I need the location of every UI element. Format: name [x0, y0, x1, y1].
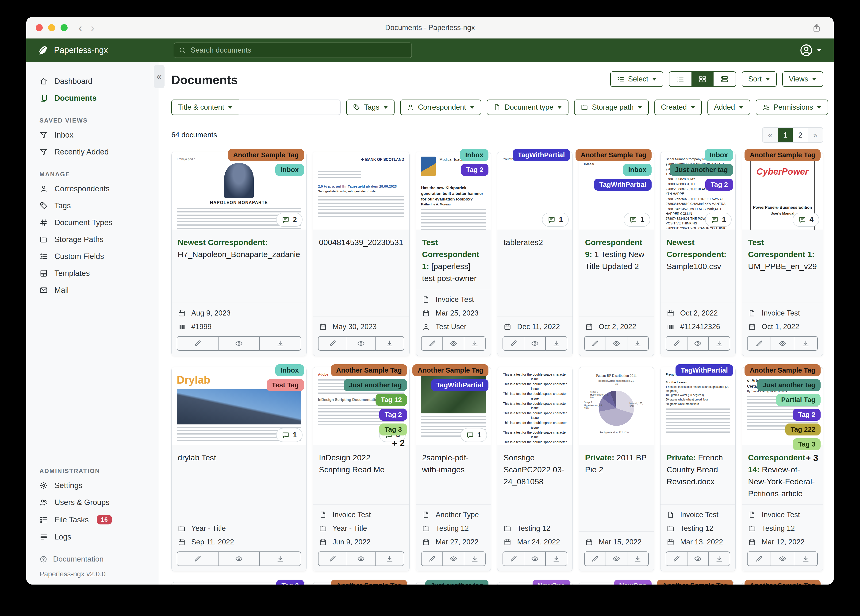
notes-badge[interactable]: 2	[276, 213, 303, 227]
tag-tag-2[interactable]: Tag 2	[705, 179, 733, 191]
document-title[interactable]: Private: 2011 BP Pie 2	[579, 445, 654, 531]
document-title[interactable]: 0004814539_20230531	[313, 230, 410, 316]
select-button[interactable]: Select	[610, 71, 663, 87]
tag-inbox[interactable]: Inbox	[460, 149, 488, 161]
tag-newone[interactable]: NewOne	[533, 580, 570, 585]
tag-another-sample-tag[interactable]: Another Sample Tag	[744, 365, 821, 376]
preview-button[interactable]	[687, 552, 708, 566]
download-button[interactable]	[794, 337, 817, 350]
preview-button[interactable]	[524, 552, 545, 566]
tag-another-sample-tag[interactable]: Another Sample Tag	[657, 580, 733, 585]
download-button[interactable]	[375, 337, 404, 350]
document-preview[interactable]: ❖ BANK OF SCOTLAND2,0 % p. a. auf Ihr Ta…	[313, 152, 410, 230]
share-icon[interactable]	[811, 23, 821, 33]
filter-field-selector[interactable]: Title & content	[171, 99, 239, 115]
sidebar-item-correspondents[interactable]: Correspondents	[26, 180, 159, 197]
tag-tag-12[interactable]: Tag 12	[375, 394, 407, 406]
preview-button[interactable]	[347, 552, 375, 566]
pagination-page-1[interactable]: 1	[778, 128, 793, 142]
tag-another-sample-tag[interactable]: Another Sample Tag	[744, 580, 821, 585]
sort-button[interactable]: Sort	[742, 71, 777, 87]
back-button[interactable]: ‹	[78, 22, 82, 33]
download-button[interactable]	[708, 337, 730, 350]
download-button[interactable]	[464, 552, 485, 566]
document-title[interactable]: Private: French Country Bread Revised.do…	[661, 445, 735, 504]
edit-button[interactable]	[748, 337, 771, 350]
tag-tag-2[interactable]: Tag 2	[461, 164, 489, 176]
notes-badge[interactable]: 4	[793, 213, 819, 227]
preview-button[interactable]	[524, 337, 545, 350]
download-button[interactable]	[794, 552, 817, 566]
tag-just-another-tag[interactable]: Just another tag	[344, 379, 407, 391]
view-grid-button[interactable]	[692, 72, 714, 86]
minimize-window-button[interactable]	[48, 24, 55, 31]
download-button[interactable]	[708, 552, 730, 566]
edit-button[interactable]	[319, 337, 347, 350]
document-title[interactable]: Test Correspondent 1: [paperless] test p…	[416, 230, 491, 289]
sidebar-item-file-tasks[interactable]: File Tasks16	[26, 511, 159, 528]
user-menu[interactable]	[799, 43, 821, 57]
download-button[interactable]	[259, 337, 301, 350]
view-list-button[interactable]	[669, 72, 692, 86]
close-window-button[interactable]	[36, 24, 43, 31]
views-button[interactable]: Views	[782, 71, 823, 87]
document-title[interactable]: Test Correspondent 1: UM_PPBE_en_v29	[742, 230, 823, 303]
edit-button[interactable]	[585, 552, 606, 566]
sidebar-item-dashboard[interactable]: Dashboard	[26, 73, 159, 90]
tag-tag-2[interactable]: Tag 2	[276, 580, 304, 585]
notes-badge[interactable]: 1	[542, 213, 568, 227]
tag-test-tag[interactable]: Test Tag	[267, 379, 304, 391]
preview-button[interactable]	[771, 552, 794, 566]
zoom-window-button[interactable]	[61, 24, 67, 31]
preview-button[interactable]	[606, 552, 627, 566]
pagination-page-2[interactable]: 2	[793, 128, 808, 142]
document-title[interactable]: drylab Test	[171, 445, 306, 518]
download-button[interactable]	[464, 337, 485, 350]
tag-another-sample-tag[interactable]: Another Sample Tag	[576, 149, 651, 161]
preview-button[interactable]	[218, 552, 259, 566]
document-preview[interactable]: Country,Region/State,"1	[497, 152, 572, 230]
tag-inbox[interactable]: Inbox	[705, 149, 733, 161]
document-title[interactable]: InDesign 2022 Scripting Read Me	[313, 445, 410, 504]
tag-newone[interactable]: NewOne	[614, 580, 651, 585]
sidebar-item-tags[interactable]: Tags	[26, 197, 159, 214]
filter-created-button[interactable]: Created	[654, 99, 702, 115]
search-input[interactable]	[190, 46, 407, 55]
download-button[interactable]	[545, 552, 567, 566]
edit-button[interactable]	[319, 552, 347, 566]
filter-tags-button[interactable]: Tags	[346, 99, 394, 115]
download-button[interactable]	[259, 552, 301, 566]
sidebar-item-settings[interactable]: Settings	[26, 477, 159, 494]
tag-tag-2[interactable]: Tag 2	[793, 409, 821, 421]
tag-tag-2[interactable]: Tag 2	[379, 409, 407, 421]
document-title[interactable]: Sonstige ScanPC2022 03-24_081058	[497, 445, 572, 518]
edit-button[interactable]	[666, 552, 687, 566]
preview-button[interactable]	[218, 337, 259, 350]
sidebar-item-custom-fields[interactable]: Custom Fields	[26, 248, 159, 265]
preview-button[interactable]	[771, 337, 794, 350]
notes-badge[interactable]: 1	[624, 213, 650, 227]
filter-text-input[interactable]	[239, 99, 341, 115]
document-title[interactable]: tablerates2	[497, 230, 572, 316]
sidebar-item-documents[interactable]: Documents	[26, 90, 159, 107]
view-detail-button[interactable]	[714, 72, 736, 86]
preview-button[interactable]	[687, 337, 708, 350]
tag-another-sample-tag[interactable]: Another Sample Tag	[331, 580, 407, 585]
sidebar-item-document-types[interactable]: Document Types	[26, 214, 159, 231]
document-preview[interactable]: This is a test for the double space char…	[497, 367, 572, 445]
document-preview[interactable]: CyberPowerPowerPanel® Business EditionUs…	[742, 152, 823, 230]
download-button[interactable]	[627, 552, 648, 566]
sidebar-item-storage-paths[interactable]: Storage Paths	[26, 231, 159, 248]
edit-button[interactable]	[585, 337, 606, 350]
edit-button[interactable]	[503, 552, 524, 566]
document-title[interactable]: Correspondent 9: 1 Testing New Title Upd…	[579, 230, 654, 316]
preview-button[interactable]	[443, 552, 464, 566]
filter-document-type-button[interactable]: Document type	[487, 99, 569, 115]
document-title[interactable]: Newest Correspondent: Sample100.csv	[661, 230, 735, 303]
preview-button[interactable]	[443, 337, 464, 350]
tag-another-sample-tag[interactable]: Another Sample Tag	[413, 365, 488, 376]
sidebar-item-mail[interactable]: Mail	[26, 282, 159, 299]
tag-tag-3[interactable]: Tag 3	[793, 438, 821, 450]
sidebar-item-logs[interactable]: Logs	[26, 528, 159, 545]
filter-added-button[interactable]: Added	[708, 99, 750, 115]
